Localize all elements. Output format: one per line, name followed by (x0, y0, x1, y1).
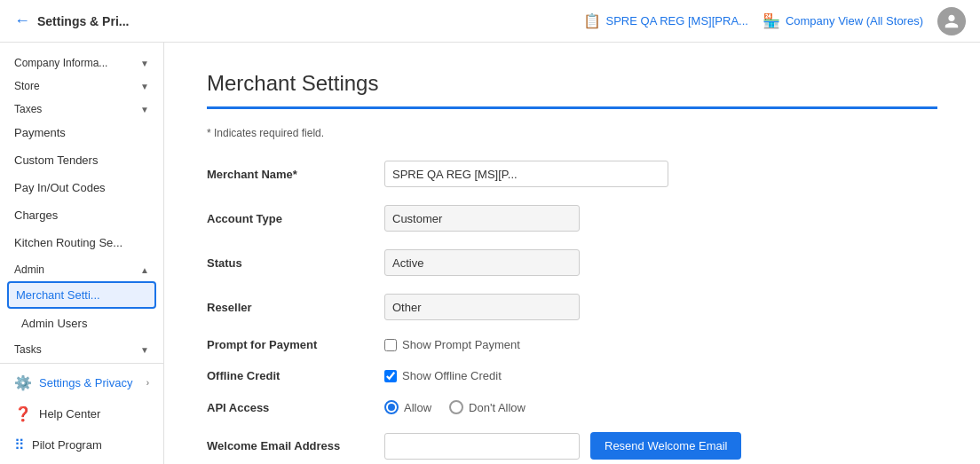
sidebar-item-label: Charges (14, 208, 58, 222)
reseller-field: Other (384, 294, 580, 320)
offline-credit-checkbox-label: Show Offline Credit (402, 369, 502, 382)
sidebar-item-payments[interactable]: Payments (0, 119, 163, 146)
status-field: Active (384, 249, 580, 276)
sidebar-item-admin[interactable]: Admin ▲ (0, 256, 163, 279)
api-access-label: API Access (207, 401, 384, 414)
status-label: Status (207, 256, 384, 270)
prompt-payment-value: Show Prompt Payment (384, 338, 937, 351)
store-badge-label: Company View (All Stores) (786, 14, 923, 28)
prompt-payment-checkbox-row: Show Prompt Payment (384, 338, 937, 351)
gear-icon: ⚙️ (14, 374, 32, 391)
sidebar-item-pilot-program[interactable]: ⠿ Pilot Program (0, 429, 163, 460)
sidebar-item-admin-users[interactable]: Admin Users (0, 311, 163, 336)
api-access-radio-group: Allow Don't Allow (384, 400, 937, 414)
sidebar-divider (0, 363, 163, 364)
merchant-name-label: Merchant Name* (207, 168, 384, 181)
header: ← Settings & Pri... 📋 SPRE QA REG [MS][P… (0, 0, 980, 43)
prompt-payment-row: Prompt for Payment Show Prompt Payment (207, 338, 937, 351)
welcome-email-value: Resend Welcome Email (384, 432, 937, 460)
sidebar-item-label: Payments (14, 126, 66, 139)
sidebar-item-taxes[interactable]: Taxes ▼ (0, 96, 163, 119)
account-type-value: Customer (384, 205, 937, 232)
offline-credit-checkbox[interactable] (384, 370, 397, 382)
sidebar-item-store[interactable]: Store ▼ (0, 73, 163, 96)
resend-welcome-email-button[interactable]: Resend Welcome Email (590, 432, 741, 460)
sidebar-item-label: Pilot Program (32, 438, 102, 452)
api-access-value: Allow Don't Allow (384, 400, 937, 414)
back-button[interactable]: ← (14, 12, 30, 30)
account-type-field: Customer (384, 205, 580, 232)
sidebar-item-help-center[interactable]: ❓ Help Center (0, 398, 163, 429)
store-badge[interactable]: 🏪 Company View (All Stores) (763, 12, 923, 29)
merchant-badge[interactable]: 📋 SPRE QA REG [MS][PRA... (583, 12, 748, 29)
api-dont-allow-option[interactable]: Don't Allow (449, 400, 526, 414)
status-row: Status Active (207, 249, 937, 276)
account-type-label: Account Type (207, 212, 384, 225)
prompt-payment-label: Prompt for Payment (207, 338, 384, 351)
question-icon: ❓ (14, 405, 32, 422)
welcome-email-label: Welcome Email Address (207, 439, 384, 452)
title-underline (207, 106, 937, 109)
sidebar-item-company-info[interactable]: Company Informa... ▼ (0, 50, 163, 73)
sidebar-item-label: Pay In/Out Codes (14, 181, 106, 194)
prompt-payment-checkbox[interactable] (384, 339, 397, 351)
api-allow-option[interactable]: Allow (384, 400, 431, 414)
sidebar-item-label: Admin (14, 263, 44, 276)
grid-icon: ⠿ (14, 436, 25, 453)
merchant-name-value (384, 161, 937, 187)
reseller-label: Reseller (207, 301, 384, 314)
merchant-icon: 📋 (583, 12, 601, 29)
header-right: 📋 SPRE QA REG [MS][PRA... 🏪 Company View… (583, 7, 966, 35)
sidebar-item-label: Company Informa... (14, 57, 107, 69)
sidebar-item-settings-privacy[interactable]: ⚙️ Settings & Privacy › (0, 367, 163, 398)
store-icon: 🏪 (763, 12, 780, 29)
sidebar-item-label: Custom Tenders (14, 153, 98, 167)
sidebar-item-custom-tenders[interactable]: Custom Tenders (0, 146, 163, 174)
sidebar-item-label: Tasks (14, 343, 42, 356)
sidebar-item-pay-in-out-codes[interactable]: Pay In/Out Codes (0, 174, 163, 201)
status-value: Active (384, 249, 937, 276)
sidebar-item-label: Help Center (39, 407, 100, 421)
sidebar-item-tasks[interactable]: Tasks ▼ (0, 336, 163, 359)
offline-credit-label: Offline Credit (207, 369, 384, 382)
welcome-email-input-row: Resend Welcome Email (384, 432, 937, 460)
chevron-down-icon: ▼ (140, 105, 149, 114)
sidebar-item-kitchen-routing[interactable]: Kitchen Routing Se... (0, 229, 163, 256)
api-access-row: API Access Allow Don't Allow (207, 400, 937, 414)
api-allow-label: Allow (404, 401, 431, 414)
welcome-email-input[interactable] (384, 433, 580, 460)
avatar[interactable] (937, 7, 966, 35)
offline-credit-row: Offline Credit Show Offline Credit (207, 369, 937, 382)
merchant-name-input[interactable] (384, 161, 668, 187)
required-note: * Indicates required field. (207, 127, 937, 139)
reseller-value: Other (384, 294, 937, 320)
header-title: Settings & Pri... (37, 14, 129, 28)
reseller-row: Reseller Other (207, 294, 937, 320)
sidebar: Company Informa... ▼ Store ▼ Taxes ▼ Pay… (0, 43, 164, 464)
sidebar-item-label: Taxes (14, 103, 42, 115)
chevron-down-icon: ▼ (140, 59, 149, 68)
layout: Company Informa... ▼ Store ▼ Taxes ▼ Pay… (0, 43, 980, 464)
radio-dont-allow-icon (449, 400, 463, 414)
sidebar-item-merchant-settings[interactable]: Merchant Setti... (7, 281, 156, 309)
header-left: ← Settings & Pri... (14, 12, 129, 30)
sidebar-item-charges[interactable]: Charges (0, 201, 163, 229)
chevron-down-icon: ▼ (140, 82, 149, 91)
page-title: Merchant Settings (207, 71, 937, 96)
sidebar-item-label: Admin Users (21, 317, 87, 330)
sidebar-item-label: Kitchen Routing Se... (14, 236, 122, 249)
chevron-down-icon: ▼ (140, 345, 149, 355)
sidebar-item-label: Store (14, 80, 40, 92)
chevron-up-icon: ▲ (140, 265, 149, 275)
offline-credit-value: Show Offline Credit (384, 369, 937, 382)
api-dont-allow-label: Don't Allow (469, 401, 526, 414)
merchant-name-row: Merchant Name* (207, 161, 937, 187)
merchant-badge-label: SPRE QA REG [MS][PRA... (606, 14, 748, 28)
account-type-row: Account Type Customer (207, 205, 937, 232)
radio-allow-icon (384, 400, 399, 414)
sidebar-item-label: Merchant Setti... (16, 288, 100, 302)
chevron-right-icon: › (146, 378, 149, 388)
welcome-email-row: Welcome Email Address Resend Welcome Ema… (207, 432, 937, 460)
prompt-payment-checkbox-label: Show Prompt Payment (402, 338, 520, 351)
sidebar-item-label: Settings & Privacy (39, 376, 133, 389)
